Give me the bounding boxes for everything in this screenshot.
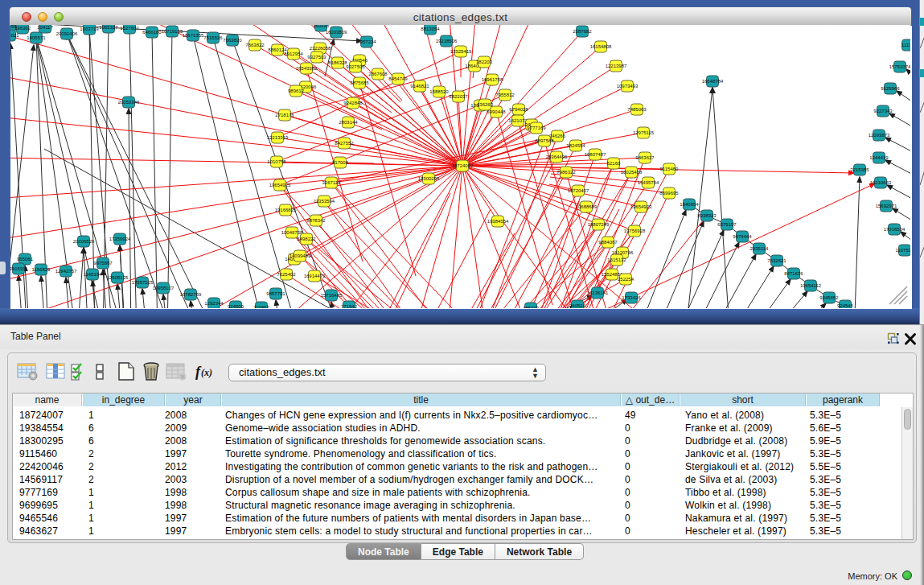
svg-text:1865021: 1865021 [10,33,19,38]
svg-text:1615132: 1615132 [607,257,626,262]
svg-text:5498222: 5498222 [297,237,316,241]
svg-text:20206526: 20206526 [73,239,95,244]
svg-text:7632621: 7632621 [767,258,786,263]
svg-text:16648784: 16648784 [702,79,724,84]
svg-text:19654925: 19654925 [269,183,291,187]
svg-text:11353594: 11353594 [314,199,335,204]
svg-text:2087682: 2087682 [573,29,592,34]
svg-text:8938923: 8938923 [697,213,717,218]
svg-text:6794028: 6794028 [509,107,528,112]
svg-text:16543382: 16543382 [296,66,318,71]
svg-text:960524: 960524 [569,303,586,308]
svg-text:1405571: 1405571 [27,35,46,40]
svg-text:9975867: 9975867 [93,261,113,266]
svg-text:6879197: 6879197 [717,222,737,227]
svg-text:9129966: 9129966 [881,86,900,91]
svg-text:16961758: 16961758 [482,77,503,82]
svg-text:9327503: 9327503 [307,55,326,60]
svg-text:771542: 771542 [341,304,358,308]
svg-text:(x): (x) [201,367,212,378]
svg-text:3915911: 3915911 [10,266,28,271]
svg-text:3267110: 3267110 [322,180,342,185]
svg-text:16671355: 16671355 [183,33,204,38]
svg-text:7515526: 7515526 [203,35,223,40]
svg-text:19384554: 19384554 [487,219,509,224]
svg-text:10046758: 10046758 [281,230,303,235]
svg-text:10688609: 10688609 [576,204,598,209]
svg-text:9242848: 9242848 [343,101,363,105]
svg-text:18807249: 18807249 [588,222,610,227]
svg-text:924509: 924509 [228,304,244,308]
svg-text:104117: 104117 [37,25,53,30]
svg-text:10654112: 10654112 [800,283,822,288]
svg-text:2867608: 2867608 [368,72,388,76]
svg-text:7485063: 7485063 [627,107,647,112]
svg-text:17016504: 17016504 [884,227,906,232]
svg-text:7663822: 7663822 [245,43,265,47]
svg-text:13325419: 13325419 [450,49,472,54]
svg-text:1588520: 1588520 [429,89,449,94]
svg-text:9115460: 9115460 [660,167,680,171]
svg-text:9463627: 9463627 [635,155,655,160]
svg-text:12213987: 12213987 [606,64,627,68]
svg-text:1010755: 1010755 [267,159,286,164]
svg-text:12505135: 12505135 [107,275,129,280]
svg-text:8427552: 8427552 [335,141,354,146]
svg-text:19756928: 19756928 [624,229,646,233]
svg-text:12213319: 12213319 [267,135,289,140]
svg-text:16914479: 16914479 [304,274,326,278]
svg-text:1145194: 1145194 [84,272,103,277]
svg-text:15495754: 15495754 [638,180,659,185]
svg-text:1244419: 1244419 [869,155,889,160]
svg-text:17359924: 17359924 [109,237,131,241]
svg-text:9146821: 9146821 [410,84,429,89]
svg-text:9327505: 9327505 [346,64,365,69]
svg-text:1733426: 1733426 [622,295,641,300]
svg-text:3824554: 3824554 [566,143,585,148]
svg-text:7955812: 7955812 [495,93,515,97]
svg-text:9777169: 9777169 [527,126,546,130]
svg-text:196302: 196302 [14,26,31,31]
svg-text:15751074: 15751074 [889,64,910,69]
svg-text:182203: 182203 [476,60,493,64]
svg-text:5822037: 5822037 [449,94,468,99]
svg-text:10719155: 10719155 [162,29,183,34]
svg-text:9245652: 9245652 [819,295,839,300]
svg-text:3875685: 3875685 [350,80,369,85]
svg-text:1527602: 1527602 [120,26,139,31]
svg-text:1167533: 1167533 [896,248,910,253]
svg-text:1065327: 1065327 [99,25,118,30]
svg-text:19654923: 19654923 [630,204,652,209]
svg-text:19166825: 19166825 [275,208,297,212]
svg-text:7986322: 7986322 [556,170,576,175]
svg-text:16210643: 16210643 [870,180,892,185]
svg-text:9474444: 9474444 [733,234,752,239]
svg-text:136263: 136263 [477,102,494,107]
svg-text:18300295: 18300295 [418,176,440,181]
svg-text:15692971: 15692971 [876,204,897,208]
svg-text:989612: 989612 [288,89,305,93]
svg-text:817004: 817004 [332,160,349,165]
svg-text:1156829: 1156829 [32,267,51,272]
svg-text:2718176: 2718176 [275,113,294,117]
svg-text:10025458: 10025458 [621,170,643,175]
svg-text:8878342: 8878342 [306,218,326,223]
svg-text:1003719: 1003719 [80,27,99,31]
svg-text:16033809: 16033809 [326,30,347,35]
svg-text:10973493: 10973493 [617,84,639,89]
svg-text:160338: 160338 [313,25,330,28]
svg-text:924545: 924545 [837,303,854,308]
svg-text:62160: 62160 [607,161,621,166]
svg-text:9227343: 9227343 [873,109,893,113]
svg-text:7663820: 7663820 [223,38,242,43]
svg-text:15716485: 15716485 [321,293,343,298]
svg-text:6897568: 6897568 [535,138,554,143]
svg-text:18724007: 18724007 [452,163,474,168]
svg-text:10807487: 10807487 [585,152,606,157]
svg-text:19958107: 19958107 [153,286,175,290]
svg-text:20364436: 20364436 [546,154,568,159]
svg-text:1640954: 1640954 [680,202,699,207]
svg-text:20053346: 20053346 [118,100,140,105]
svg-text:8186328: 8186328 [328,60,347,65]
svg-text:16154808: 16154808 [590,44,612,49]
